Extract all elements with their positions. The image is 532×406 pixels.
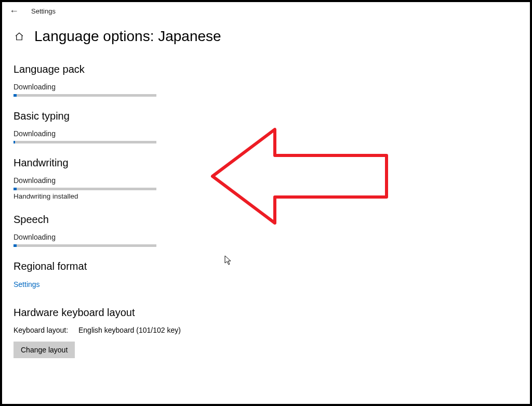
section-hardware-keyboard: Hardware keyboard layout Keyboard layout…: [14, 307, 282, 358]
progress-bar-speech: [14, 244, 17, 247]
change-layout-button[interactable]: Change layout: [14, 342, 75, 358]
keyboard-layout-value: English keyboard (101/102 key): [78, 326, 181, 334]
page-title: Language options: Japanese: [34, 28, 221, 45]
regional-format-settings-link[interactable]: Settings: [14, 280, 40, 289]
home-button[interactable]: [14, 31, 25, 42]
handwriting-installed-text: Handwriting installed: [14, 192, 282, 200]
status-handwriting: Downloading: [14, 176, 282, 185]
section-regional-format: Regional format Settings: [14, 260, 282, 289]
section-title-basic-typing: Basic typing: [14, 110, 282, 122]
section-handwriting: Handwriting Downloading Handwriting inst…: [14, 157, 282, 200]
keyboard-layout-label: Keyboard layout:: [14, 326, 68, 334]
section-speech: Speech Downloading: [14, 214, 282, 247]
progress-bar-language-pack: [14, 94, 17, 97]
progress-handwriting: [14, 188, 156, 190]
section-title-hardware-keyboard: Hardware keyboard layout: [14, 307, 282, 319]
app-title: Settings: [31, 7, 56, 15]
section-title-regional-format: Regional format: [14, 260, 282, 272]
progress-speech: [14, 244, 156, 247]
status-language-pack: Downloading: [14, 83, 282, 91]
back-button[interactable]: ←: [9, 6, 19, 16]
status-speech: Downloading: [14, 233, 282, 241]
section-language-pack: Language pack Downloading: [14, 63, 282, 97]
home-icon: [15, 32, 24, 41]
section-title-language-pack: Language pack: [14, 63, 282, 75]
section-title-speech: Speech: [14, 214, 282, 226]
progress-basic-typing: [14, 141, 156, 143]
status-basic-typing: Downloading: [14, 129, 282, 138]
section-title-handwriting: Handwriting: [14, 157, 282, 169]
progress-bar-basic-typing: [14, 141, 15, 143]
progress-language-pack: [14, 94, 156, 97]
section-basic-typing: Basic typing Downloading: [14, 110, 282, 143]
progress-bar-handwriting: [14, 188, 17, 190]
